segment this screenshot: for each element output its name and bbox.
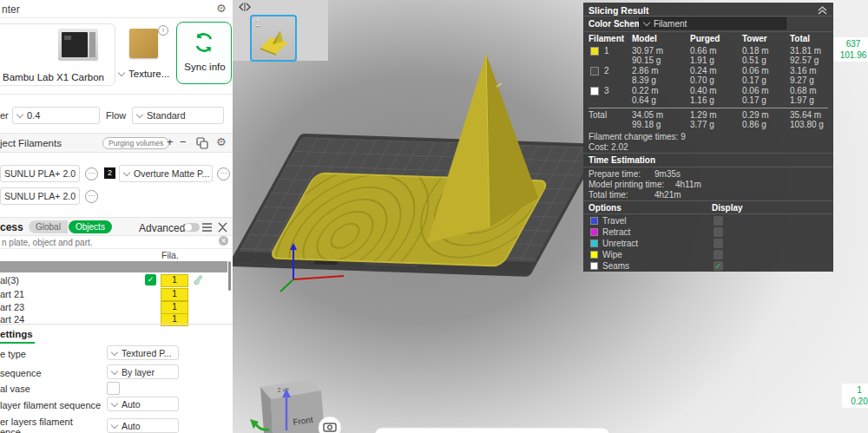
object-search-row: ✕ <box>0 236 233 249</box>
filament-row: 1 30.97 m 90.15 g 0.66 m 1.91 g 0.18 m 0… <box>583 46 833 66</box>
remove-filament-button[interactable]: − <box>180 135 187 148</box>
nozzle-diameter-label: er <box>0 110 9 121</box>
filament-1-dropdown[interactable]: SUNLU PLA+ 2.0 <box>0 165 80 182</box>
seams-display-checkbox[interactable]: ✓ <box>713 261 723 271</box>
seams-swatch <box>590 262 598 270</box>
unretract-display-checkbox[interactable] <box>713 239 723 248</box>
sync-info-button[interactable]: Sync info <box>176 22 232 84</box>
plate-type-dropdown[interactable]: Texture... <box>118 69 169 79</box>
settings-tab[interactable]: ettings <box>0 325 35 344</box>
paint-brush-icon[interactable] <box>193 274 204 285</box>
wipe-display-checkbox[interactable] <box>713 250 723 259</box>
printer-card[interactable]: Bambu Lab X1 Carbon <box>0 23 115 86</box>
prepare-time-label: Prepare time: <box>589 169 641 179</box>
filament-2-edit-icon[interactable]: ⋯ <box>217 167 230 180</box>
printer-section-title: nter <box>2 3 20 16</box>
object-search-input[interactable] <box>0 236 216 248</box>
first-layer-filament-sequence-dropdown[interactable]: Auto <box>107 397 179 411</box>
plate-texture-image <box>129 29 158 58</box>
object-filament-cell[interactable]: 1 <box>161 274 188 287</box>
options-title: Options <box>589 203 621 213</box>
process-global-tab[interactable]: Global <box>29 220 68 233</box>
filament-row: 3 0.22 m 0.64 g 0.40 m 1.16 g 0.06 m 0.1… <box>583 86 833 106</box>
add-filament-button[interactable]: + <box>167 135 174 148</box>
filament-column-header: Fila. <box>161 250 179 260</box>
panel-title: Slicing Result <box>589 5 648 16</box>
first-layer-filament-sequence-label: layer filament sequence <box>0 400 101 410</box>
bambu-studio-window: { "colors": { "accent_green": "#00ae42",… <box>0 0 868 433</box>
option-row-unretract: Unretract <box>583 239 833 249</box>
divider <box>0 94 233 95</box>
layer-slider-top-label[interactable]: 637 101.96 <box>833 37 868 62</box>
table-total-separator <box>589 108 828 108</box>
plate-type-setting-dropdown[interactable]: Textured P... <box>107 345 179 360</box>
spiral-vase-label: al vase <box>0 384 30 394</box>
layer-slider-bottom-label[interactable]: 1 0.20 <box>842 384 868 408</box>
nav-cube[interactable]: Z up Front <box>250 379 325 433</box>
plate-info-icon[interactable]: i <box>158 25 168 36</box>
plate-card[interactable]: i Texture... <box>116 23 172 84</box>
parameter-list-icon[interactable] <box>201 222 213 233</box>
filament-2-dropdown[interactable]: Overture Matte P... <box>119 165 213 182</box>
print-sequence-dropdown[interactable]: By layer <box>107 364 179 379</box>
object-filament-cell[interactable]: 1 <box>161 288 188 301</box>
col-total: Total <box>790 34 810 43</box>
object-name: al(3) <box>0 275 19 285</box>
ams-sync-icon[interactable] <box>196 137 208 149</box>
object-row[interactable]: art 21 1 <box>0 288 227 300</box>
process-objects-tab[interactable]: Objects <box>69 220 112 233</box>
object-name: art 23 <box>0 302 24 312</box>
advanced-label: Advanced <box>139 222 185 234</box>
object-list-scrollbar[interactable] <box>228 261 231 291</box>
filament-change-times: Filament change times: 9 <box>589 132 686 141</box>
filament-2-index-badge: 2 <box>104 167 115 179</box>
bottom-toolbar[interactable] <box>375 428 609 433</box>
slicing-result-panel: Slicing Result Color Scheme Filament Fil… <box>583 3 833 272</box>
filament-1-edit-icon[interactable]: ⋯ <box>85 167 98 180</box>
color-scheme-dropdown[interactable]: Filament <box>639 17 786 30</box>
purging-volumes-button[interactable]: Purging volumes <box>102 137 169 149</box>
cost: Cost: 2.02 <box>589 142 628 152</box>
filament-3-dropdown[interactable]: SUNLU PLA+ 2.0 <box>0 187 80 205</box>
filaments-section-header: ject Filaments Purging volumes + − ⚙ <box>0 133 233 153</box>
filament-3-swatch <box>590 87 599 95</box>
plate-type-label: e type <box>0 349 26 359</box>
other-layers-filament-sequence-label: er layers filament ence <box>0 417 73 433</box>
option-row-travel: Travel <box>583 216 833 226</box>
chevron-down-icon <box>118 69 125 76</box>
spiral-vase-checkbox[interactable] <box>107 382 120 395</box>
3d-viewport[interactable]: 1 <box>233 0 868 433</box>
retract-display-checkbox[interactable] <box>713 227 723 237</box>
total-row: Total 34.05 m 99.18 g 1.29 m 3.77 g 0.29… <box>583 110 833 130</box>
tune-sliders-icon[interactable] <box>217 222 228 233</box>
printer-settings-gear-icon[interactable]: ⚙ <box>216 3 227 14</box>
object-row[interactable]: al(3) ✓ 1 <box>0 274 227 286</box>
printer-image <box>58 29 98 61</box>
advanced-toggle[interactable] <box>184 223 200 232</box>
divider <box>0 17 233 18</box>
other-layers-filament-sequence-dropdown[interactable]: Auto <box>107 418 179 433</box>
flow-label: Flow <box>106 110 126 121</box>
wipe-swatch <box>590 251 598 259</box>
option-row-wipe: Wipe <box>583 250 833 260</box>
collapse-panel-icon[interactable] <box>818 5 827 15</box>
filament-3-edit-icon[interactable]: ⋯ <box>85 190 98 203</box>
plate-row-selected[interactable] <box>0 261 227 272</box>
build-plate <box>233 128 606 316</box>
object-row[interactable]: art 23 1 <box>0 301 227 313</box>
col-filament: Filament <box>589 34 624 43</box>
object-filament-cell[interactable]: 1 <box>161 301 188 314</box>
unretract-swatch <box>590 239 598 247</box>
model-printing-time-label: Model printing time: <box>589 180 664 189</box>
filament-settings-gear-icon[interactable]: ⚙ <box>216 136 227 148</box>
col-tower: Tower <box>742 34 767 43</box>
travel-swatch <box>590 217 598 225</box>
clear-search-icon[interactable]: ✕ <box>219 236 228 246</box>
travel-display-checkbox[interactable] <box>713 216 723 226</box>
retract-swatch <box>590 228 598 236</box>
object-visible-checkbox[interactable]: ✓ <box>145 274 156 285</box>
nozzle-diameter-dropdown[interactable]: 0.4 <box>12 107 100 124</box>
filament-1-swatch <box>590 47 599 56</box>
filaments-section-title: ject Filaments <box>0 138 62 148</box>
flow-dropdown[interactable]: Standard <box>132 107 224 124</box>
